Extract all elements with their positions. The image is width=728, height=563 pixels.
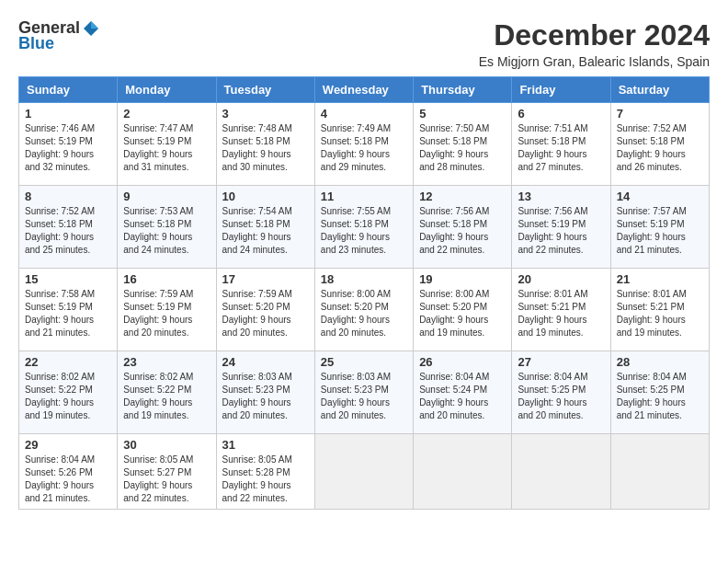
calendar-cell: 26Sunrise: 8:04 AMSunset: 5:24 PMDayligh… <box>414 351 512 434</box>
calendar-cell: 6Sunrise: 7:51 AMSunset: 5:18 PMDaylight… <box>512 103 610 186</box>
calendar-cell: 12Sunrise: 7:56 AMSunset: 5:18 PMDayligh… <box>414 186 512 269</box>
day-number: 28 <box>617 355 703 369</box>
calendar-cell: 27Sunrise: 8:04 AMSunset: 5:25 PMDayligh… <box>512 351 610 434</box>
weekday-header-tuesday: Tuesday <box>216 77 314 103</box>
day-number: 15 <box>25 272 111 286</box>
svg-marker-1 <box>91 21 98 29</box>
day-number: 21 <box>617 272 703 286</box>
month-title: December 2024 <box>479 18 710 52</box>
day-info: Sunrise: 7:50 AMSunset: 5:18 PMDaylight:… <box>419 122 506 174</box>
day-number: 4 <box>321 107 407 121</box>
day-info: Sunrise: 7:59 AMSunset: 5:20 PMDaylight:… <box>222 288 309 339</box>
calendar-cell: 31Sunrise: 8:05 AMSunset: 5:28 PMDayligh… <box>216 434 314 510</box>
weekday-header-sunday: Sunday <box>19 77 118 103</box>
day-info: Sunrise: 7:55 AMSunset: 5:18 PMDaylight:… <box>321 205 407 257</box>
weekday-header-saturday: Saturday <box>610 77 709 103</box>
day-number: 8 <box>25 190 111 203</box>
calendar-cell: 17Sunrise: 7:59 AMSunset: 5:20 PMDayligh… <box>216 269 314 351</box>
weekday-header-friday: Friday <box>512 77 610 103</box>
day-number: 19 <box>419 272 506 286</box>
day-number: 31 <box>222 438 309 452</box>
calendar-cell: 18Sunrise: 8:00 AMSunset: 5:20 PMDayligh… <box>314 269 413 351</box>
day-info: Sunrise: 7:46 AMSunset: 5:19 PMDaylight:… <box>25 122 111 174</box>
day-number: 25 <box>321 355 407 369</box>
calendar-table: SundayMondayTuesdayWednesdayThursdayFrid… <box>18 76 710 510</box>
day-number: 22 <box>25 355 111 369</box>
calendar-title-area: December 2024 Es Migjorn Gran, Balearic … <box>479 18 710 69</box>
day-info: Sunrise: 7:49 AMSunset: 5:18 PMDaylight:… <box>321 122 407 174</box>
day-info: Sunrise: 7:47 AMSunset: 5:19 PMDaylight:… <box>123 122 210 174</box>
day-info: Sunrise: 8:04 AMSunset: 5:25 PMDaylight:… <box>518 371 604 422</box>
day-number: 16 <box>123 272 210 286</box>
day-info: Sunrise: 8:00 AMSunset: 5:20 PMDaylight:… <box>419 288 506 339</box>
day-number: 7 <box>617 107 703 121</box>
day-number: 3 <box>222 107 309 121</box>
day-info: Sunrise: 7:52 AMSunset: 5:18 PMDaylight:… <box>25 205 111 257</box>
calendar-week-row-2: 8Sunrise: 7:52 AMSunset: 5:18 PMDaylight… <box>19 186 710 269</box>
calendar-cell: 11Sunrise: 7:55 AMSunset: 5:18 PMDayligh… <box>314 186 413 269</box>
day-info: Sunrise: 7:59 AMSunset: 5:19 PMDaylight:… <box>123 288 210 339</box>
day-number: 10 <box>222 190 309 203</box>
day-info: Sunrise: 8:04 AMSunset: 5:25 PMDaylight:… <box>617 371 703 422</box>
day-number: 26 <box>419 355 506 369</box>
calendar-week-row-5: 29Sunrise: 8:04 AMSunset: 5:26 PMDayligh… <box>19 434 710 510</box>
logo: General Blue <box>18 18 100 53</box>
day-number: 24 <box>222 355 309 369</box>
day-info: Sunrise: 8:03 AMSunset: 5:23 PMDaylight:… <box>321 371 407 422</box>
calendar-cell: 15Sunrise: 7:58 AMSunset: 5:19 PMDayligh… <box>19 269 118 351</box>
calendar-cell: 21Sunrise: 8:01 AMSunset: 5:21 PMDayligh… <box>610 269 709 351</box>
calendar-cell <box>414 434 512 510</box>
calendar-week-row-1: 1Sunrise: 7:46 AMSunset: 5:19 PMDaylight… <box>19 103 710 186</box>
calendar-cell: 10Sunrise: 7:54 AMSunset: 5:18 PMDayligh… <box>216 186 314 269</box>
day-info: Sunrise: 8:05 AMSunset: 5:28 PMDaylight:… <box>222 454 309 505</box>
day-info: Sunrise: 7:51 AMSunset: 5:18 PMDaylight:… <box>518 122 604 174</box>
calendar-cell: 1Sunrise: 7:46 AMSunset: 5:19 PMDaylight… <box>19 103 118 186</box>
logo-icon <box>82 19 100 38</box>
calendar-week-row-4: 22Sunrise: 8:02 AMSunset: 5:22 PMDayligh… <box>19 351 710 434</box>
calendar-cell <box>512 434 610 510</box>
calendar-cell: 23Sunrise: 8:02 AMSunset: 5:22 PMDayligh… <box>118 351 216 434</box>
day-info: Sunrise: 7:57 AMSunset: 5:19 PMDaylight:… <box>617 205 703 257</box>
calendar-cell: 19Sunrise: 8:00 AMSunset: 5:20 PMDayligh… <box>414 269 512 351</box>
day-number: 18 <box>321 272 407 286</box>
day-number: 13 <box>518 190 604 203</box>
calendar-week-row-3: 15Sunrise: 7:58 AMSunset: 5:19 PMDayligh… <box>19 269 710 351</box>
day-number: 23 <box>123 355 210 369</box>
location-title: Es Migjorn Gran, Balearic Islands, Spain <box>479 54 710 69</box>
calendar-cell <box>314 434 413 510</box>
day-info: Sunrise: 8:02 AMSunset: 5:22 PMDaylight:… <box>25 371 111 422</box>
day-info: Sunrise: 8:04 AMSunset: 5:26 PMDaylight:… <box>25 454 111 505</box>
day-info: Sunrise: 7:52 AMSunset: 5:18 PMDaylight:… <box>617 122 703 174</box>
calendar-cell: 5Sunrise: 7:50 AMSunset: 5:18 PMDaylight… <box>414 103 512 186</box>
calendar-cell: 3Sunrise: 7:48 AMSunset: 5:18 PMDaylight… <box>216 103 314 186</box>
day-info: Sunrise: 8:05 AMSunset: 5:27 PMDaylight:… <box>123 454 210 505</box>
logo-blue-text: Blue <box>18 34 54 53</box>
day-number: 9 <box>123 190 210 203</box>
day-info: Sunrise: 8:02 AMSunset: 5:22 PMDaylight:… <box>123 371 210 422</box>
calendar-cell <box>610 434 709 510</box>
calendar-cell: 28Sunrise: 8:04 AMSunset: 5:25 PMDayligh… <box>610 351 709 434</box>
day-info: Sunrise: 8:03 AMSunset: 5:23 PMDaylight:… <box>222 371 309 422</box>
calendar-cell: 16Sunrise: 7:59 AMSunset: 5:19 PMDayligh… <box>118 269 216 351</box>
day-number: 20 <box>518 272 604 286</box>
day-number: 29 <box>25 438 111 452</box>
calendar-cell: 20Sunrise: 8:01 AMSunset: 5:21 PMDayligh… <box>512 269 610 351</box>
day-info: Sunrise: 8:00 AMSunset: 5:20 PMDaylight:… <box>321 288 407 339</box>
day-info: Sunrise: 8:04 AMSunset: 5:24 PMDaylight:… <box>419 371 506 422</box>
day-number: 12 <box>419 190 506 203</box>
calendar-cell: 29Sunrise: 8:04 AMSunset: 5:26 PMDayligh… <box>19 434 118 510</box>
calendar-cell: 14Sunrise: 7:57 AMSunset: 5:19 PMDayligh… <box>610 186 709 269</box>
day-info: Sunrise: 8:01 AMSunset: 5:21 PMDaylight:… <box>518 288 604 339</box>
day-info: Sunrise: 7:56 AMSunset: 5:19 PMDaylight:… <box>518 205 604 257</box>
day-number: 2 <box>123 107 210 121</box>
day-info: Sunrise: 7:54 AMSunset: 5:18 PMDaylight:… <box>222 205 309 257</box>
day-info: Sunrise: 7:48 AMSunset: 5:18 PMDaylight:… <box>222 122 309 174</box>
day-number: 1 <box>25 107 111 121</box>
calendar-cell: 2Sunrise: 7:47 AMSunset: 5:19 PMDaylight… <box>118 103 216 186</box>
calendar-cell: 25Sunrise: 8:03 AMSunset: 5:23 PMDayligh… <box>314 351 413 434</box>
weekday-header-monday: Monday <box>118 77 216 103</box>
weekday-header-row: SundayMondayTuesdayWednesdayThursdayFrid… <box>19 77 710 103</box>
day-info: Sunrise: 7:56 AMSunset: 5:18 PMDaylight:… <box>419 205 506 257</box>
day-number: 5 <box>419 107 506 121</box>
calendar-cell: 22Sunrise: 8:02 AMSunset: 5:22 PMDayligh… <box>19 351 118 434</box>
